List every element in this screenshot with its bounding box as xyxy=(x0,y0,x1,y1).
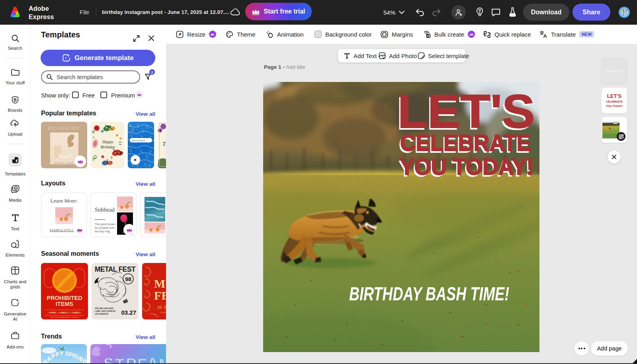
svg-text:R: R xyxy=(125,355,137,364)
svg-text:MU: MU xyxy=(154,277,166,290)
svg-text:LANE LAKE CHARLES: LANE LAKE CHARLES xyxy=(95,310,116,312)
svg-text:A: A xyxy=(543,33,547,38)
svg-text:98: 98 xyxy=(125,276,131,282)
svg-text:Y: Y xyxy=(60,350,64,356)
svg-text:LOS ANGELES: LOS ANGELES xyxy=(95,313,109,315)
svg-text:P: P xyxy=(55,351,60,358)
svg-text:3701 WILLOW OAKS: 3701 WILLOW OAKS xyxy=(95,308,114,309)
svg-text:T: T xyxy=(115,356,124,364)
svg-text:A: A xyxy=(147,354,159,364)
svg-text:Birthday: Birthday xyxy=(101,145,115,149)
svg-text:FE: FE xyxy=(154,289,166,302)
svg-text:E: E xyxy=(137,356,147,364)
svg-text:S: S xyxy=(103,355,114,364)
svg-text:@THEGOLDENHALL: @THEGOLDENHALL xyxy=(160,311,166,313)
svg-text:20 JUN: 20 JUN xyxy=(157,304,166,310)
svg-text:ITEMS: ITEMS xyxy=(56,301,74,307)
svg-text:03.27: 03.27 xyxy=(121,309,136,316)
svg-text:+ VAPING + + ANIMALS: + VAPING + + ANIMALS + + CAMERA + xyxy=(48,312,82,314)
svg-text:OBEY THE RULES AND ENJOY THE S: OBEY THE RULES AND ENJOY THE SHOW xyxy=(50,317,79,318)
svg-text:B: B xyxy=(14,97,17,102)
svg-text:Happy: Happy xyxy=(102,140,113,144)
svg-text:METAL FEST: METAL FEST xyxy=(95,265,136,273)
svg-text:M: M xyxy=(159,356,166,364)
svg-text:PROHIBITED: PROHIBITED xyxy=(47,295,82,301)
